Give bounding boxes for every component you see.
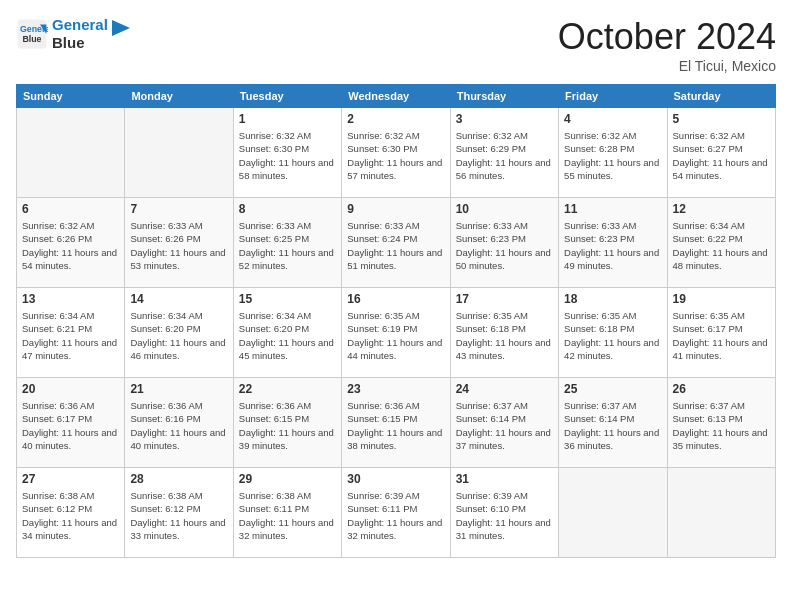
weekday-header-row: SundayMondayTuesdayWednesdayThursdayFrid… [17, 85, 776, 108]
day-info: Sunrise: 6:37 AMSunset: 6:14 PMDaylight:… [564, 399, 661, 452]
calendar-cell: 31Sunrise: 6:39 AMSunset: 6:10 PMDayligh… [450, 468, 558, 558]
day-number: 7 [130, 202, 227, 216]
day-number: 30 [347, 472, 444, 486]
day-info: Sunrise: 6:32 AMSunset: 6:26 PMDaylight:… [22, 219, 119, 272]
calendar-cell: 8Sunrise: 6:33 AMSunset: 6:25 PMDaylight… [233, 198, 341, 288]
page-header: General Blue General Blue October 2024 E… [16, 16, 776, 74]
day-number: 21 [130, 382, 227, 396]
day-number: 2 [347, 112, 444, 126]
day-info: Sunrise: 6:33 AMSunset: 6:26 PMDaylight:… [130, 219, 227, 272]
day-number: 25 [564, 382, 661, 396]
calendar-cell: 25Sunrise: 6:37 AMSunset: 6:14 PMDayligh… [559, 378, 667, 468]
day-number: 22 [239, 382, 336, 396]
day-info: Sunrise: 6:34 AMSunset: 6:20 PMDaylight:… [239, 309, 336, 362]
day-info: Sunrise: 6:33 AMSunset: 6:24 PMDaylight:… [347, 219, 444, 272]
calendar-cell: 21Sunrise: 6:36 AMSunset: 6:16 PMDayligh… [125, 378, 233, 468]
calendar-cell [667, 468, 775, 558]
logo-general: General [52, 16, 108, 33]
calendar-cell: 14Sunrise: 6:34 AMSunset: 6:20 PMDayligh… [125, 288, 233, 378]
day-number: 23 [347, 382, 444, 396]
day-info: Sunrise: 6:35 AMSunset: 6:18 PMDaylight:… [564, 309, 661, 362]
calendar-cell: 7Sunrise: 6:33 AMSunset: 6:26 PMDaylight… [125, 198, 233, 288]
day-info: Sunrise: 6:34 AMSunset: 6:20 PMDaylight:… [130, 309, 227, 362]
svg-marker-4 [112, 20, 130, 36]
calendar-cell: 28Sunrise: 6:38 AMSunset: 6:12 PMDayligh… [125, 468, 233, 558]
day-number: 19 [673, 292, 770, 306]
calendar-cell: 22Sunrise: 6:36 AMSunset: 6:15 PMDayligh… [233, 378, 341, 468]
calendar-cell: 15Sunrise: 6:34 AMSunset: 6:20 PMDayligh… [233, 288, 341, 378]
calendar-table: SundayMondayTuesdayWednesdayThursdayFrid… [16, 84, 776, 558]
title-block: October 2024 El Ticui, Mexico [558, 16, 776, 74]
day-info: Sunrise: 6:36 AMSunset: 6:15 PMDaylight:… [347, 399, 444, 452]
day-info: Sunrise: 6:36 AMSunset: 6:17 PMDaylight:… [22, 399, 119, 452]
week-row-4: 20Sunrise: 6:36 AMSunset: 6:17 PMDayligh… [17, 378, 776, 468]
day-number: 15 [239, 292, 336, 306]
day-info: Sunrise: 6:39 AMSunset: 6:11 PMDaylight:… [347, 489, 444, 542]
weekday-header-monday: Monday [125, 85, 233, 108]
calendar-cell: 2Sunrise: 6:32 AMSunset: 6:30 PMDaylight… [342, 108, 450, 198]
calendar-cell: 17Sunrise: 6:35 AMSunset: 6:18 PMDayligh… [450, 288, 558, 378]
day-info: Sunrise: 6:34 AMSunset: 6:22 PMDaylight:… [673, 219, 770, 272]
week-row-3: 13Sunrise: 6:34 AMSunset: 6:21 PMDayligh… [17, 288, 776, 378]
day-number: 10 [456, 202, 553, 216]
day-number: 11 [564, 202, 661, 216]
calendar-cell [125, 108, 233, 198]
day-info: Sunrise: 6:36 AMSunset: 6:15 PMDaylight:… [239, 399, 336, 452]
day-number: 4 [564, 112, 661, 126]
month-title: October 2024 [558, 16, 776, 58]
day-info: Sunrise: 6:38 AMSunset: 6:12 PMDaylight:… [130, 489, 227, 542]
calendar-cell: 1Sunrise: 6:32 AMSunset: 6:30 PMDaylight… [233, 108, 341, 198]
day-info: Sunrise: 6:33 AMSunset: 6:25 PMDaylight:… [239, 219, 336, 272]
logo-icon: General Blue [16, 18, 48, 50]
day-number: 9 [347, 202, 444, 216]
week-row-2: 6Sunrise: 6:32 AMSunset: 6:26 PMDaylight… [17, 198, 776, 288]
day-info: Sunrise: 6:38 AMSunset: 6:12 PMDaylight:… [22, 489, 119, 542]
day-number: 13 [22, 292, 119, 306]
day-info: Sunrise: 6:38 AMSunset: 6:11 PMDaylight:… [239, 489, 336, 542]
calendar-cell [17, 108, 125, 198]
calendar-cell: 3Sunrise: 6:32 AMSunset: 6:29 PMDaylight… [450, 108, 558, 198]
day-info: Sunrise: 6:39 AMSunset: 6:10 PMDaylight:… [456, 489, 553, 542]
day-number: 18 [564, 292, 661, 306]
logo-blue: Blue [52, 34, 108, 52]
day-number: 26 [673, 382, 770, 396]
logo: General Blue General Blue [16, 16, 132, 52]
day-number: 6 [22, 202, 119, 216]
calendar-cell: 11Sunrise: 6:33 AMSunset: 6:23 PMDayligh… [559, 198, 667, 288]
calendar-cell: 29Sunrise: 6:38 AMSunset: 6:11 PMDayligh… [233, 468, 341, 558]
day-number: 20 [22, 382, 119, 396]
day-info: Sunrise: 6:35 AMSunset: 6:19 PMDaylight:… [347, 309, 444, 362]
calendar-cell: 18Sunrise: 6:35 AMSunset: 6:18 PMDayligh… [559, 288, 667, 378]
day-number: 16 [347, 292, 444, 306]
day-number: 1 [239, 112, 336, 126]
weekday-header-thursday: Thursday [450, 85, 558, 108]
weekday-header-friday: Friday [559, 85, 667, 108]
day-info: Sunrise: 6:37 AMSunset: 6:14 PMDaylight:… [456, 399, 553, 452]
day-number: 17 [456, 292, 553, 306]
calendar-cell: 23Sunrise: 6:36 AMSunset: 6:15 PMDayligh… [342, 378, 450, 468]
day-number: 14 [130, 292, 227, 306]
day-info: Sunrise: 6:32 AMSunset: 6:27 PMDaylight:… [673, 129, 770, 182]
calendar-cell: 20Sunrise: 6:36 AMSunset: 6:17 PMDayligh… [17, 378, 125, 468]
day-info: Sunrise: 6:33 AMSunset: 6:23 PMDaylight:… [456, 219, 553, 272]
weekday-header-tuesday: Tuesday [233, 85, 341, 108]
calendar-cell: 9Sunrise: 6:33 AMSunset: 6:24 PMDaylight… [342, 198, 450, 288]
day-info: Sunrise: 6:34 AMSunset: 6:21 PMDaylight:… [22, 309, 119, 362]
logo-flag-icon [112, 20, 132, 48]
day-info: Sunrise: 6:32 AMSunset: 6:28 PMDaylight:… [564, 129, 661, 182]
calendar-cell: 13Sunrise: 6:34 AMSunset: 6:21 PMDayligh… [17, 288, 125, 378]
day-number: 31 [456, 472, 553, 486]
week-row-1: 1Sunrise: 6:32 AMSunset: 6:30 PMDaylight… [17, 108, 776, 198]
calendar-cell: 10Sunrise: 6:33 AMSunset: 6:23 PMDayligh… [450, 198, 558, 288]
week-row-5: 27Sunrise: 6:38 AMSunset: 6:12 PMDayligh… [17, 468, 776, 558]
day-number: 24 [456, 382, 553, 396]
day-number: 28 [130, 472, 227, 486]
calendar-cell: 4Sunrise: 6:32 AMSunset: 6:28 PMDaylight… [559, 108, 667, 198]
day-number: 12 [673, 202, 770, 216]
weekday-header-saturday: Saturday [667, 85, 775, 108]
day-info: Sunrise: 6:32 AMSunset: 6:29 PMDaylight:… [456, 129, 553, 182]
svg-text:Blue: Blue [22, 34, 41, 44]
calendar-cell [559, 468, 667, 558]
day-info: Sunrise: 6:32 AMSunset: 6:30 PMDaylight:… [239, 129, 336, 182]
day-info: Sunrise: 6:36 AMSunset: 6:16 PMDaylight:… [130, 399, 227, 452]
